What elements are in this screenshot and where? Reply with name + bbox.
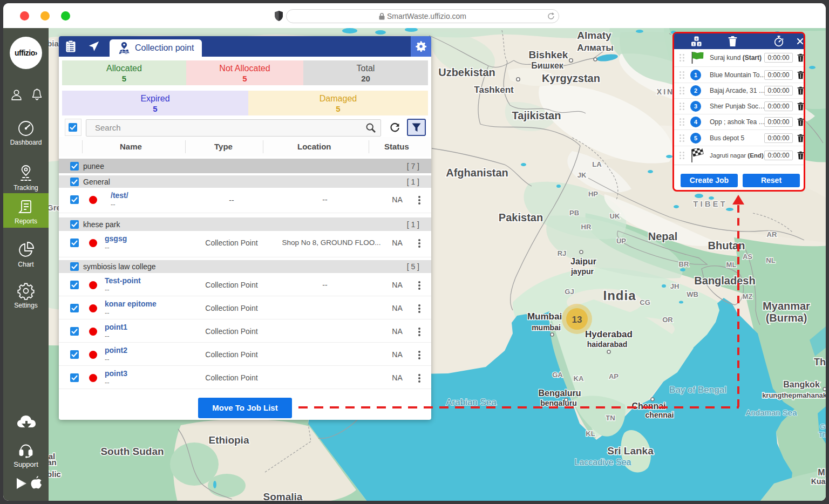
svg-text:HP: HP — [588, 190, 598, 198]
svg-text:Tashkent: Tashkent — [474, 85, 514, 95]
svg-text:Bengaluru: Bengaluru — [538, 389, 581, 398]
svg-text:Myanmar: Myanmar — [763, 300, 810, 312]
svg-text:Nepal: Nepal — [648, 230, 677, 242]
svg-text:RJ: RJ — [558, 249, 567, 257]
svg-text:JK: JK — [577, 171, 587, 179]
svg-text:India: India — [603, 288, 636, 303]
svg-text:GA: GA — [552, 371, 563, 379]
svg-text:MZ: MZ — [743, 292, 753, 301]
svg-text:Ethiopia: Ethiopia — [209, 434, 249, 446]
svg-text:GJ: GJ — [565, 288, 574, 296]
svg-text:M: M — [818, 468, 825, 477]
svg-text:BR: BR — [679, 260, 689, 268]
svg-text:Mumbai: Mumbai — [527, 311, 562, 322]
svg-text:(Burma): (Burma) — [766, 312, 807, 324]
svg-text:TIBET: TIBET — [693, 199, 727, 208]
svg-text:HR: HR — [581, 223, 592, 231]
svg-text:NL: NL — [766, 256, 775, 264]
svg-text:JH: JH — [670, 282, 679, 290]
svg-text:Бишкек: Бишкек — [531, 61, 564, 70]
svg-text:Somalia: Somalia — [263, 491, 303, 501]
svg-text:UK: UK — [610, 212, 620, 220]
svg-text:PB: PB — [569, 209, 579, 217]
svg-text:AS: AS — [743, 253, 752, 261]
svg-text:Almaty: Almaty — [577, 30, 611, 41]
svg-text:Алматы: Алматы — [577, 43, 614, 53]
svg-text:haidarabad: haidarabad — [587, 340, 628, 349]
svg-text:13: 13 — [572, 315, 582, 325]
svg-text:ML: ML — [726, 261, 737, 269]
svg-text:WB: WB — [687, 290, 698, 298]
svg-text:Tha: Tha — [814, 357, 826, 367]
svg-text:jaypur: jaypur — [570, 267, 594, 276]
svg-text:AP: AP — [609, 372, 619, 380]
svg-text:South Sudan: South Sudan — [100, 446, 164, 457]
svg-text:UP: UP — [616, 237, 626, 245]
svg-text:Andaman Sea: Andaman Sea — [745, 408, 797, 417]
svg-text:Laccadive Sea: Laccadive Sea — [575, 458, 631, 467]
svg-text:TN: TN — [606, 414, 615, 422]
svg-text:Bishkek: Bishkek — [529, 49, 568, 60]
svg-text:Afghanistan: Afghanistan — [446, 167, 508, 179]
svg-text:Jaipur: Jaipur — [570, 257, 596, 266]
svg-text:an: an — [49, 458, 57, 467]
svg-text:krungthepmahanakhon: krungthepmahanakhon — [762, 391, 826, 399]
svg-text:Uzbekistan: Uzbekistan — [438, 66, 495, 78]
svg-text:Bay of Bengal: Bay of Bengal — [669, 385, 726, 395]
svg-text:Kyrgyzstan: Kyrgyzstan — [542, 72, 600, 84]
svg-text:OR: OR — [662, 316, 673, 324]
svg-text:Bangkok: Bangkok — [783, 380, 820, 389]
svg-text:AR: AR — [767, 230, 777, 239]
svg-text:KL: KL — [586, 430, 595, 438]
svg-text:bia: bia — [49, 39, 59, 48]
svg-text:KA: KA — [574, 374, 584, 383]
svg-text:Kual: Kual — [811, 477, 826, 486]
svg-text:blic: blic — [49, 469, 61, 479]
svg-text:mumbai: mumbai — [532, 323, 561, 332]
svg-text:CG: CG — [640, 298, 650, 307]
svg-text:Th: Th — [818, 431, 826, 439]
svg-text:Pakistan: Pakistan — [499, 212, 543, 223]
svg-text:chennai: chennai — [645, 411, 674, 419]
svg-text:Sri Lanka: Sri Lanka — [607, 445, 654, 457]
svg-text:Bhutan: Bhutan — [708, 240, 745, 251]
svg-text:G: G — [820, 423, 825, 431]
svg-text:LA: LA — [592, 160, 602, 168]
svg-text:Bangladesh: Bangladesh — [694, 275, 755, 287]
svg-text:XIN: XIN — [657, 87, 674, 96]
svg-text:Tajikistan: Tajikistan — [512, 110, 561, 121]
svg-text:Hyderabad: Hyderabad — [585, 329, 633, 339]
